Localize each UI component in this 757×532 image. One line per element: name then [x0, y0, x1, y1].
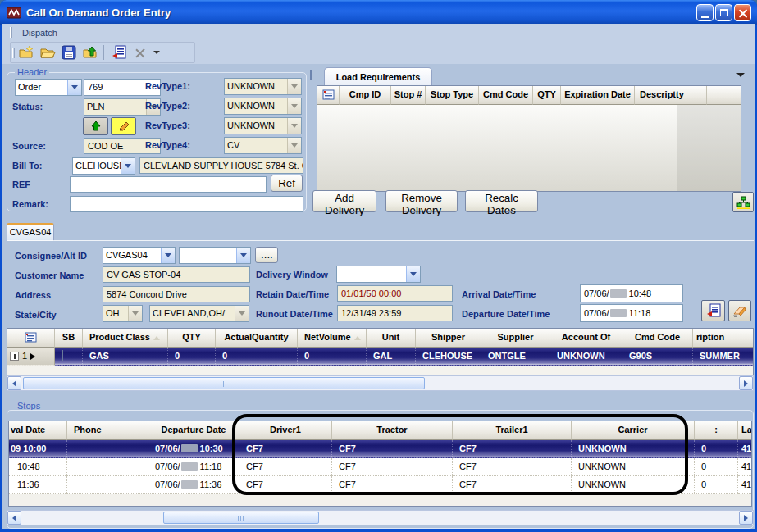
net-volume-cell[interactable]: 0	[298, 348, 367, 366]
column-header-driver1[interactable]: Driver1	[239, 421, 332, 440]
tab-load-requirements[interactable]: Load Requirements	[324, 67, 432, 86]
tractor-cell[interactable]: CF7	[332, 476, 453, 494]
column-header-stop-num[interactable]: Stop #	[391, 86, 426, 105]
grid-properties-button[interactable]	[7, 329, 55, 348]
scrollbar-thumb[interactable]	[163, 512, 319, 524]
driver1-cell[interactable]: CF7	[239, 458, 332, 476]
column-header-net-volume[interactable]: NetVolume	[298, 329, 367, 348]
new-button[interactable]	[16, 43, 36, 61]
trailer1-cell[interactable]: CF7	[453, 458, 572, 476]
product-grid-hscrollbar[interactable]	[7, 375, 754, 391]
column-header-supplier[interactable]: Supplier	[481, 329, 550, 348]
clear-stop-button[interactable]	[728, 300, 751, 321]
scroll-right-button[interactable]	[739, 511, 753, 525]
driver1-cell[interactable]: CF7	[239, 440, 332, 458]
tab-consignee[interactable]: CVGAS04	[7, 223, 54, 241]
column-header-sb[interactable]: SB	[55, 329, 83, 348]
phone-cell[interactable]	[67, 476, 148, 494]
latitude-cell[interactable]: 41.	[738, 458, 751, 476]
collapse-pane-icon[interactable]	[736, 73, 745, 77]
carrier-cell[interactable]: UNKNOWN	[572, 440, 695, 458]
arrival-input[interactable]: 07/06/10:48	[580, 284, 683, 302]
export-button[interactable]	[80, 43, 100, 61]
tractor-cell[interactable]: CF7	[332, 440, 453, 458]
phone-release-button[interactable]	[83, 117, 108, 135]
stop-row[interactable]: 11:36 07/06/11:36 CF7 CF7 CF7 UNKNOWN 0 …	[9, 476, 751, 494]
toolbar-overflow-button[interactable]	[152, 43, 162, 61]
latitude-cell[interactable]: 41.	[738, 440, 751, 458]
dropdown-arrow-icon[interactable]	[236, 248, 250, 263]
qty-cell[interactable]: 0	[695, 440, 738, 458]
dropdown-arrow-icon[interactable]	[161, 248, 175, 263]
column-header-cmd-code[interactable]: Cmd Code	[479, 86, 533, 105]
menu-dispatch[interactable]: Dispatch	[22, 28, 57, 38]
remark-input[interactable]	[70, 196, 303, 212]
browse-button[interactable]: ....	[255, 247, 278, 263]
stop-row[interactable]: 09 10:00 07/06/10:30 CF7 CF7 CF7 UNKNOWN…	[9, 440, 751, 458]
qty-cell[interactable]: 0	[168, 348, 216, 366]
scrollbar-thumb[interactable]	[23, 377, 425, 389]
unit-cell[interactable]: GAL	[367, 348, 416, 366]
scroll-left-button[interactable]	[7, 376, 21, 390]
bill-to-select[interactable]: CLEHOUSE	[72, 157, 135, 175]
grid-properties-button[interactable]	[317, 86, 340, 105]
pane-splitter[interactable]	[310, 70, 312, 80]
supplier-cell[interactable]: ONTGLE	[481, 348, 550, 366]
ref-button[interactable]: Ref	[271, 175, 303, 192]
revtype2-select[interactable]: UNKNOWN	[224, 98, 302, 115]
hierarchy-view-button[interactable]	[732, 192, 754, 212]
product-row[interactable]: 1 GAS 0 0 0 GAL CLEHOUSE ONTGLE UNKNOWN …	[7, 348, 753, 366]
carrier-cell[interactable]: UNKNOWN	[572, 458, 695, 476]
revtype3-select[interactable]: UNKNOWN	[224, 117, 302, 134]
column-header-cmp-id[interactable]: Cmp ID	[340, 86, 391, 105]
edit-button[interactable]	[111, 117, 136, 135]
city-select[interactable]: CLEVELAND,OH/	[149, 305, 249, 322]
shipper-cell[interactable]: CLEHOUSE	[416, 348, 481, 366]
column-header-product-class[interactable]: Product Class	[83, 329, 168, 348]
cmd-code-cell[interactable]: G90S	[622, 348, 693, 366]
dropdown-arrow-icon[interactable]	[67, 80, 81, 95]
minimize-button[interactable]	[696, 4, 714, 21]
alt-id-select[interactable]	[179, 247, 251, 264]
column-header-shipper[interactable]: Shipper	[416, 329, 481, 348]
stop-row[interactable]: 10:48 07/06/11:18 CF7 CF7 CF7 UNKNOWN 0 …	[9, 458, 751, 476]
revtype4-select[interactable]: CV	[224, 137, 302, 154]
departure-cell[interactable]: 07/06/11:18	[148, 458, 239, 476]
delete-button[interactable]	[130, 43, 150, 61]
column-header-latitude[interactable]: La	[738, 421, 751, 440]
ref-input[interactable]	[70, 176, 267, 193]
carrier-cell[interactable]: UNKNOWN	[572, 476, 695, 494]
account-of-cell[interactable]: UNKNOWN	[550, 348, 622, 366]
phone-cell[interactable]	[67, 458, 148, 476]
column-header-tractor[interactable]: Tractor	[332, 421, 453, 440]
column-header-actual-quantity[interactable]: ActualQuantity	[216, 329, 298, 348]
column-header-phone[interactable]: Phone	[67, 421, 148, 440]
maximize-button[interactable]	[715, 4, 732, 21]
product-class-cell[interactable]: GAS	[83, 348, 168, 366]
menu-grip[interactable]	[10, 27, 12, 38]
column-header-description[interactable]: ription	[693, 329, 753, 348]
actual-quantity-cell[interactable]: 0	[216, 348, 298, 366]
column-header-cmd-code[interactable]: Cmd Code	[622, 329, 693, 348]
column-header-arrival-date[interactable]: val Date	[9, 421, 67, 440]
dropdown-arrow-icon[interactable]	[406, 266, 420, 282]
stops-hscrollbar[interactable]	[7, 510, 754, 525]
arrival-cell[interactable]: 09 10:00	[9, 440, 67, 458]
stop-report-button[interactable]	[701, 300, 725, 321]
column-header-carrier[interactable]: Carrier	[572, 421, 695, 440]
column-header-unit[interactable]: Unit	[367, 329, 416, 348]
expand-row-icon[interactable]	[10, 352, 19, 361]
tractor-cell[interactable]: CF7	[332, 458, 453, 476]
state-select[interactable]: OH	[103, 305, 143, 322]
toolbar-grip[interactable]	[12, 48, 15, 58]
description-cell[interactable]: SUMMER	[693, 348, 753, 366]
sb-cell[interactable]	[55, 348, 83, 366]
column-header-qty[interactable]: :	[695, 421, 738, 440]
add-delivery-button[interactable]: Add Delivery	[312, 190, 376, 212]
dropdown-arrow-icon[interactable]	[121, 158, 135, 174]
column-header-description[interactable]: Descriptty	[635, 86, 707, 105]
trailer1-cell[interactable]: CF7	[453, 440, 572, 458]
qty-cell[interactable]: 0	[695, 458, 738, 476]
latitude-cell[interactable]: 41.	[738, 476, 751, 494]
column-header-departure-date[interactable]: Departure Date	[148, 421, 239, 440]
